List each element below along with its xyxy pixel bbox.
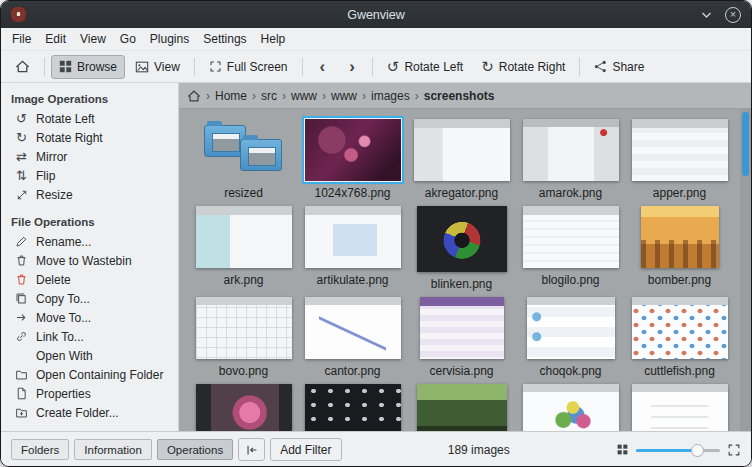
sidebar-item-label: Properties bbox=[36, 387, 91, 401]
menu-edit[interactable]: Edit bbox=[38, 28, 73, 50]
image-count: 189 images bbox=[347, 443, 611, 457]
sidebar-item-resize[interactable]: Resize bbox=[1, 185, 178, 204]
create-folder-icon bbox=[14, 405, 29, 420]
operations-sidebar: Image Operations ↺ Rotate Left ↻ Rotate … bbox=[1, 83, 179, 431]
sidebar-item-open-with[interactable]: Open With bbox=[1, 346, 178, 365]
breadcrumb-images[interactable]: images bbox=[371, 89, 410, 103]
thumbnail-cantor[interactable]: cantor.png bbox=[298, 297, 407, 378]
thumbnail-label: bomber.png bbox=[648, 273, 711, 287]
thumbnail-label: cuttlefish.png bbox=[644, 364, 715, 378]
thumbnail-ark[interactable]: ark.png bbox=[189, 206, 298, 291]
tab-information[interactable]: Information bbox=[74, 439, 152, 460]
fullscreen-icon bbox=[209, 60, 222, 73]
sidebar-item-rename[interactable]: Rename... bbox=[1, 232, 178, 251]
thumbnail-image bbox=[632, 297, 728, 359]
sidebar-item-flip[interactable]: ⇅ Flip bbox=[1, 166, 178, 185]
breadcrumb-www[interactable]: www bbox=[291, 89, 317, 103]
thumbnail-1024x768[interactable]: 1024x768.png bbox=[298, 119, 407, 200]
thumbnail-label: blinken.png bbox=[431, 277, 492, 291]
thumbnail-cuttlefish[interactable]: cuttlefish.png bbox=[625, 297, 734, 378]
sidebar-item-properties[interactable]: Properties bbox=[1, 384, 178, 403]
sidebar-item-move-to[interactable]: Move To... bbox=[1, 308, 178, 327]
thumbnail-label: apper.png bbox=[653, 186, 706, 200]
thumbnail-choqok[interactable]: choqok.png bbox=[516, 297, 625, 378]
add-filter-button[interactable]: Add Filter bbox=[270, 438, 341, 461]
breadcrumb-src[interactable]: src bbox=[261, 89, 277, 103]
thumbnail-resized[interactable]: resized bbox=[189, 119, 298, 200]
thumbnail-blogilo[interactable]: blogilo.png bbox=[516, 206, 625, 291]
menu-file[interactable]: File bbox=[5, 28, 38, 50]
sidebar-item-label: Resize bbox=[36, 188, 73, 202]
toolbar-separator bbox=[194, 58, 195, 76]
browse-button[interactable]: Browse bbox=[51, 55, 125, 79]
sidebar-item-open-containing-folder[interactable]: Open Containing Folder bbox=[1, 365, 178, 384]
sidebar-item-delete[interactable]: Delete bbox=[1, 270, 178, 289]
move-icon bbox=[14, 310, 29, 325]
thumbnail-label: choqok.png bbox=[539, 364, 601, 378]
rotate-right-button[interactable]: ↻ Rotate Right bbox=[473, 55, 573, 79]
menu-help[interactable]: Help bbox=[254, 28, 293, 50]
thumbnail-akregator[interactable]: akregator.png bbox=[407, 119, 516, 200]
properties-icon bbox=[14, 386, 29, 401]
sidebar-item-rotate-left[interactable]: ↺ Rotate Left bbox=[1, 109, 178, 128]
thumbnail-artikulate[interactable]: artikulate.png bbox=[298, 206, 407, 291]
zoom-slider[interactable] bbox=[636, 441, 720, 459]
home-button[interactable] bbox=[7, 55, 38, 79]
close-button[interactable]: × bbox=[725, 7, 741, 23]
thumbnail-cervisia[interactable]: cervisia.png bbox=[407, 297, 516, 378]
rotate-left-button[interactable]: ↺ Rotate Left bbox=[379, 55, 471, 79]
thumbnail-row4-4[interactable] bbox=[516, 384, 625, 431]
menu-view[interactable]: View bbox=[73, 28, 113, 50]
thumbnail-row4-2[interactable] bbox=[298, 384, 407, 431]
sidebar-item-move-to-wastebin[interactable]: Move to Wastebin bbox=[1, 251, 178, 270]
resize-icon bbox=[14, 187, 29, 202]
toolbar-separator bbox=[372, 58, 373, 76]
rotate-left-label: Rotate Left bbox=[404, 60, 463, 74]
sidebar-item-rotate-right[interactable]: ↻ Rotate Right bbox=[1, 128, 178, 147]
slider-fill bbox=[636, 449, 695, 452]
thumbnail-image bbox=[305, 206, 401, 268]
vertical-scrollbar[interactable] bbox=[740, 109, 751, 431]
thumbnail-row4-5[interactable] bbox=[625, 384, 734, 431]
browse-view: › Home › src › www › www › images › scre… bbox=[179, 83, 751, 431]
back-button[interactable]: ‹ bbox=[309, 55, 337, 79]
sidebar-item-mirror[interactable]: ⇄ Mirror bbox=[1, 147, 178, 166]
thumbnail-row4-1[interactable] bbox=[189, 384, 298, 431]
wastebin-icon bbox=[14, 253, 29, 268]
thumbnail-bar-toggle-button[interactable] bbox=[238, 438, 265, 461]
status-bar: Folders Information Operations Add Filte… bbox=[1, 431, 751, 467]
zoom-full-icon[interactable] bbox=[727, 443, 741, 457]
titlebar[interactable]: Gwenview × bbox=[1, 1, 751, 28]
forward-button[interactable]: › bbox=[338, 55, 366, 79]
zoom-fit-icon[interactable] bbox=[616, 443, 629, 456]
thumbnail-blinken[interactable]: blinken.png bbox=[407, 206, 516, 291]
scrollbar-handle[interactable] bbox=[742, 112, 749, 176]
rotate-left-icon: ↺ bbox=[387, 59, 400, 74]
thumbnail-bomber[interactable]: bomber.png bbox=[625, 206, 734, 291]
menu-plugins[interactable]: Plugins bbox=[143, 28, 196, 50]
menu-go[interactable]: Go bbox=[113, 28, 143, 50]
full-screen-button[interactable]: Full Screen bbox=[201, 55, 296, 79]
thumbnail-row4-3[interactable] bbox=[407, 384, 516, 431]
menu-settings[interactable]: Settings bbox=[196, 28, 253, 50]
sidebar-item-label: Rename... bbox=[36, 235, 91, 249]
crumb-separator: › bbox=[252, 89, 256, 103]
breadcrumb-www2[interactable]: www bbox=[331, 89, 357, 103]
tab-folders[interactable]: Folders bbox=[11, 439, 69, 460]
sidebar-item-create-folder[interactable]: Create Folder... bbox=[1, 403, 178, 422]
thumbnail-amarok[interactable]: amarok.png bbox=[516, 119, 625, 200]
thumbnail-image bbox=[196, 206, 292, 268]
view-button[interactable]: View bbox=[127, 55, 188, 79]
tab-operations[interactable]: Operations bbox=[157, 439, 233, 460]
app-icon bbox=[11, 7, 26, 22]
breadcrumb-home[interactable]: Home bbox=[215, 89, 247, 103]
share-button[interactable]: Share bbox=[586, 55, 652, 79]
home-icon[interactable] bbox=[187, 89, 201, 103]
minimize-button[interactable] bbox=[701, 11, 712, 19]
thumbnail-apper[interactable]: apper.png bbox=[625, 119, 734, 200]
slider-handle[interactable] bbox=[691, 444, 704, 457]
sidebar-item-copy-to[interactable]: Copy To... bbox=[1, 289, 178, 308]
thumbnail-bovo[interactable]: bovo.png bbox=[189, 297, 298, 378]
breadcrumb-screenshots[interactable]: screenshots bbox=[424, 89, 495, 103]
sidebar-item-link-to[interactable]: Link To... bbox=[1, 327, 178, 346]
